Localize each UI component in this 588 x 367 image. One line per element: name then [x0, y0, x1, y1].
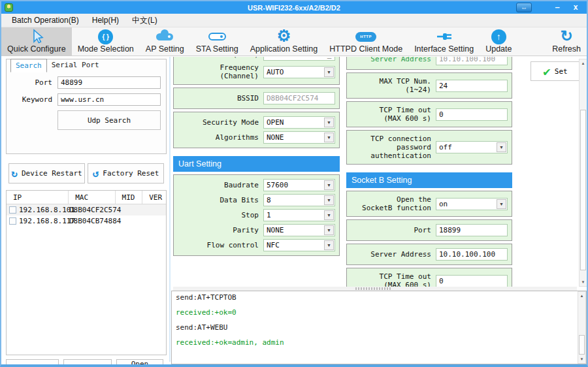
table-row[interactable]: 192.168.8.117 D8B04CB74884 [7, 215, 166, 227]
baudrate-label: Baudrate [178, 181, 259, 189]
data-bits-select[interactable]: 8 ▼ [263, 194, 335, 206]
minimize-button[interactable]: – [551, 1, 563, 13]
ssid-label: Network Name(SSID) [178, 57, 259, 59]
tool-label: Application Setting [250, 44, 318, 54]
baudrate-select[interactable]: 57600 ▼ [263, 179, 335, 191]
chevron-down-icon[interactable]: ▼ [324, 118, 334, 127]
table-row[interactable]: 192.168.8.101 D8B04CF2C574 [7, 204, 166, 215]
at-q-button[interactable]: AT+Q [63, 359, 112, 367]
set-button[interactable]: ✔ Set [531, 61, 580, 81]
menu-item-batch-operation[interactable]: Batch Operation(B) [7, 14, 84, 26]
tcp-timeout-panel: TCP Time out(MAX 600 s) [346, 101, 512, 127]
tcp-settings-column: Server Address MAX TCP Num. (1~24) TCP T… [346, 57, 512, 287]
factory-reset-button[interactable]: ↺ Factory Reset [88, 163, 164, 184]
chevron-down-icon[interactable]: ▼ [324, 67, 334, 77]
data-bits-value: 8 [264, 196, 324, 204]
security-mode-value: OPEN [264, 118, 324, 127]
menu-item-language[interactable]: 中文(L) [127, 14, 163, 27]
tool-label: HTTPD Client Mode [329, 44, 402, 54]
tool-mode-selection[interactable]: { } Mode Selection [72, 27, 140, 56]
parity-select[interactable]: NONE ▼ [263, 224, 335, 236]
tool-ap-setting[interactable]: AP Setting [140, 27, 190, 56]
stop-select[interactable]: 1 ▼ [263, 209, 335, 221]
search-tab-card: Search Serial Port Port Keyword Udp Sear… [6, 59, 167, 154]
bssid-panel: BSSID [173, 88, 340, 109]
security-mode-select[interactable]: OPEN ▼ [263, 116, 335, 129]
scrollbar-thumb[interactable] [579, 335, 585, 355]
toolbar: Quick Configure { } Mode Selection AP Se… [1, 27, 587, 56]
tool-interface-setting[interactable]: Interface Setting [408, 27, 480, 56]
device-restart-button[interactable]: ↻ Device Restart [8, 163, 85, 184]
title-bar: USR-WIFI232-6xx/A2/B2/D2 ⇔ – x [1, 1, 587, 14]
close-button[interactable]: x [570, 1, 581, 13]
row-checkbox[interactable] [9, 206, 16, 214]
socketb-server-input[interactable] [436, 248, 508, 261]
tool-httpd-client-mode[interactable]: HTTP HTTPD Client Mode [323, 27, 408, 56]
chevron-down-icon[interactable]: ▼ [324, 225, 334, 235]
tcp-auth-select[interactable]: off ▼ [436, 141, 508, 153]
keyword-input[interactable] [57, 93, 161, 106]
at-w-button[interactable]: AT+W [6, 359, 59, 367]
scrollbar-thumb[interactable] [580, 110, 586, 270]
log-output[interactable]: send:AT+TCPTOB received:+ok=0 send:AT+WE… [171, 291, 587, 364]
ap-cloud-icon [156, 29, 173, 44]
resize-button[interactable]: ⇔ [516, 3, 532, 12]
tool-update[interactable]: ↑ Update [480, 27, 517, 56]
socketb-server-label: Server Address [351, 250, 431, 259]
uart-setting-header: Uart Setting [173, 156, 340, 172]
open-device-button[interactable]: Open Device [116, 359, 163, 367]
chevron-down-icon[interactable]: ▼ [324, 180, 334, 190]
hscrollbar-thumb[interactable] [355, 287, 391, 290]
scroll-down-icon[interactable]: ▼ [580, 278, 587, 286]
tool-label: Update [485, 44, 512, 54]
scroll-up-icon[interactable]: ▲ [580, 59, 587, 67]
chevron-down-icon[interactable]: ▼ [324, 240, 334, 250]
chevron-down-icon[interactable]: ▼ [497, 142, 506, 152]
scroll-down-icon[interactable]: ▼ [578, 355, 585, 363]
column-ver[interactable]: VER [142, 191, 166, 204]
socketb-server-panel: Server Address [346, 244, 512, 265]
sta-router-icon [208, 29, 226, 44]
socketb-port-panel: Port [346, 219, 512, 241]
server-address-input [436, 57, 508, 65]
ssid-input[interactable] [263, 57, 335, 61]
device-ip: 192.168.8.117 [19, 217, 69, 225]
chevron-down-icon[interactable]: ▼ [324, 195, 334, 205]
frequency-label: Frequency (Channel) [178, 63, 259, 80]
tool-refresh[interactable]: ↻ Refresh [546, 27, 587, 56]
socketb-open-value: on [436, 200, 497, 208]
frequency-select[interactable]: AUTO ▼ [263, 66, 335, 78]
log-scrollbar[interactable]: ▲ ▼ [578, 291, 586, 364]
socketb-open-select[interactable]: on ▼ [436, 198, 508, 210]
row-checkbox[interactable] [9, 217, 16, 225]
cursor-icon [29, 29, 44, 44]
config-scrollbar[interactable]: ▲ ▼ [579, 59, 587, 287]
algorithms-select[interactable]: NONE ▼ [263, 131, 335, 144]
chevron-down-icon[interactable]: ▼ [324, 133, 334, 142]
tab-search[interactable]: Search [10, 59, 47, 72]
max-tcp-input[interactable] [436, 80, 508, 92]
mode-selection-icon: { } [98, 29, 113, 44]
tool-sta-setting[interactable]: STA Setting [190, 27, 244, 56]
socketb-timeout-input[interactable] [436, 275, 508, 287]
scroll-up-icon[interactable]: ▲ [578, 292, 585, 300]
flow-control-select[interactable]: NFC ▼ [263, 239, 335, 251]
menu-item-help[interactable]: Help(H) [87, 14, 124, 26]
port-input[interactable] [57, 76, 161, 89]
tool-quick-configure[interactable]: Quick Configure [1, 27, 72, 56]
algorithms-label: Algorithms [178, 133, 259, 142]
udp-search-button[interactable]: Udp Search [57, 110, 161, 130]
bssid-input [263, 92, 335, 104]
tab-serial-port[interactable]: Serial Port [47, 59, 104, 72]
column-ip[interactable]: IP [7, 191, 69, 204]
chevron-down-icon[interactable]: ▼ [497, 199, 506, 209]
menu-bar: Batch Operation(B) Help(H) 中文(L) [1, 14, 587, 27]
chevron-down-icon[interactable]: ▼ [324, 210, 334, 220]
tool-application-setting[interactable]: ⚙ Application Setting [244, 27, 324, 56]
column-mid[interactable]: MID [116, 191, 143, 204]
device-ip: 192.168.8.101 [19, 206, 69, 214]
tcp-timeout-input[interactable] [436, 108, 508, 121]
port-label: Port [12, 78, 52, 87]
column-mac[interactable]: MAC [69, 191, 115, 204]
socketb-port-input[interactable] [436, 224, 508, 236]
